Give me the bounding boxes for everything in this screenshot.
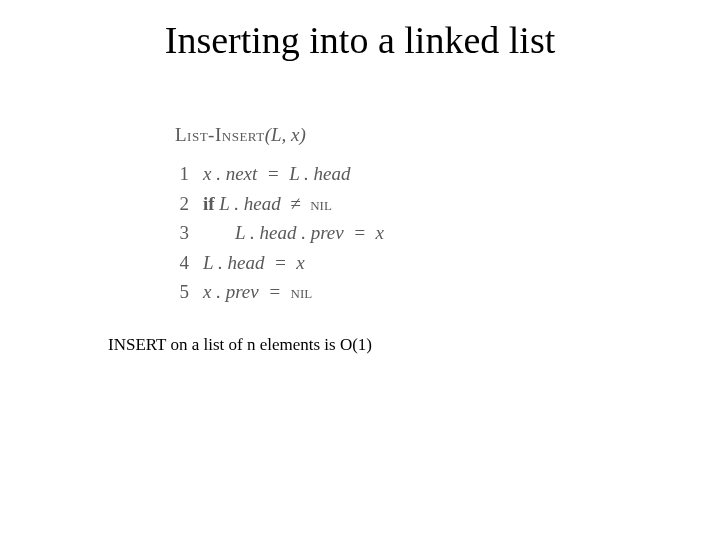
algorithm-name: List-Insert: [175, 124, 265, 145]
line-number: 3: [175, 218, 203, 247]
algo-line: 4 L . head = x: [175, 248, 384, 277]
line-number: 2: [175, 189, 203, 218]
line-code: x . prev = nil: [203, 277, 384, 306]
algorithm-block: List-Insert(L, x) 1 x . next = L . head …: [175, 120, 384, 307]
line-code: if L . head ≠ nil: [203, 189, 384, 218]
slide-title: Inserting into a linked list: [0, 18, 720, 62]
algorithm-args: (L, x): [265, 124, 306, 145]
slide: Inserting into a linked list List-Insert…: [0, 0, 720, 540]
complexity-note: INSERT on a list of n elements is O(1): [108, 335, 372, 355]
line-code: L . head . prev = x: [203, 218, 384, 247]
algorithm-header: List-Insert(L, x): [175, 120, 384, 149]
algo-line: 3 L . head . prev = x: [175, 218, 384, 247]
algo-line: 5 x . prev = nil: [175, 277, 384, 306]
algo-line: 2 if L . head ≠ nil: [175, 189, 384, 218]
line-number: 1: [175, 159, 203, 188]
line-number: 5: [175, 277, 203, 306]
line-number: 4: [175, 248, 203, 277]
algorithm-lines: 1 x . next = L . head 2 if L . head ≠ ni…: [175, 159, 384, 306]
line-code: L . head = x: [203, 248, 384, 277]
line-code: x . next = L . head: [203, 159, 384, 188]
algo-line: 1 x . next = L . head: [175, 159, 384, 188]
